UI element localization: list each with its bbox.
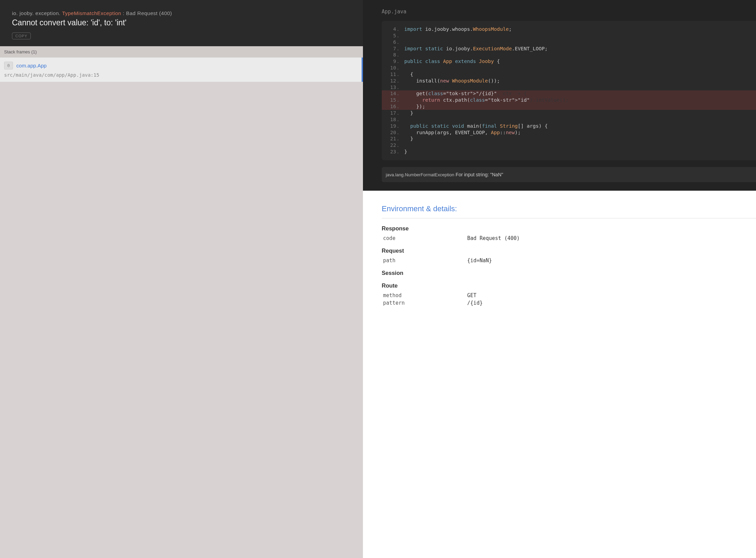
- code-line: 23}: [382, 149, 756, 155]
- left-panel: io. jooby. exception. TypeMismatchExcept…: [0, 0, 363, 558]
- code-line: 10: [382, 65, 756, 71]
- exception-package: io. jooby. exception.: [12, 10, 62, 16]
- detail-row: path{id=NaN}: [382, 257, 756, 264]
- code-area: App.java 4import io.jooby.whoops.WhoopsM…: [363, 0, 756, 191]
- exception-line: io. jooby. exception. TypeMismatchExcept…: [12, 10, 351, 16]
- detail-value: /{id}: [467, 300, 483, 306]
- cause-box: java.lang.NumberFormatException For inpu…: [382, 167, 756, 182]
- frame-path: src/main/java/com/app/App.java:15: [4, 72, 357, 78]
- line-number: 21: [382, 136, 401, 142]
- section-label: Session: [382, 270, 756, 276]
- line-number: 13: [382, 84, 401, 91]
- line-number: 20: [382, 129, 401, 136]
- cause-message: For input string: "NaN": [454, 172, 503, 177]
- line-number: 18: [382, 116, 401, 123]
- code-line: 20 runApp(args, EVENT_LOOP, App::new);: [382, 129, 756, 136]
- section-label: Route: [382, 282, 756, 289]
- cause-class: java.lang.NumberFormatException: [386, 172, 454, 177]
- code-content: install(new WhoopsModule());: [401, 78, 500, 84]
- line-number: 10: [382, 65, 401, 71]
- section-label: Response: [382, 225, 756, 232]
- line-number: 11: [382, 71, 401, 78]
- line-number: 22: [382, 142, 401, 149]
- code-line: 8: [382, 52, 756, 58]
- code-line: 14 get(class="tok-str">"/{id}", ctx -> {: [382, 90, 756, 97]
- code-line: 13: [382, 84, 756, 91]
- code-line: 5: [382, 33, 756, 39]
- detail-value: GET: [467, 292, 477, 299]
- line-number: 7: [382, 46, 401, 52]
- line-number: 4: [382, 26, 401, 33]
- code-content: [401, 52, 404, 58]
- frames-header: Stack frames (1): [0, 46, 363, 58]
- code-line: 17 }: [382, 110, 756, 116]
- frames-list: 0com.app.Appsrc/main/java/com/app/App.ja…: [0, 58, 363, 82]
- code-line: 9public class App extends Jooby {: [382, 58, 756, 65]
- line-number: 12: [382, 78, 401, 84]
- code-content: [401, 39, 404, 46]
- code-line: 21 }: [382, 136, 756, 142]
- line-number: 16: [382, 103, 401, 110]
- detail-key: code: [382, 235, 467, 241]
- detail-row: pattern/{id}: [382, 300, 756, 306]
- detail-value: Bad Request (400): [467, 235, 520, 241]
- exception-status: : Bad Request (400): [121, 10, 172, 16]
- code-content: [401, 116, 404, 123]
- code-line: 11 {: [382, 71, 756, 78]
- code-content: }: [401, 149, 407, 155]
- details-area: Environment & details: ResponsecodeBad R…: [363, 191, 756, 558]
- code-content: }: [401, 136, 413, 142]
- code-content: {: [401, 71, 413, 78]
- detail-value: {id=NaN}: [467, 257, 492, 264]
- code-content: import io.jooby.whoops.WhoopsModule;: [401, 26, 512, 33]
- section-label: Request: [382, 248, 756, 254]
- code-content: });: [401, 103, 425, 110]
- code-line: 4import io.jooby.whoops.WhoopsModule;: [382, 26, 756, 33]
- code-line: 7import static io.jooby.ExecutionMode.EV…: [382, 46, 756, 52]
- code-line: 16 });: [382, 103, 756, 110]
- line-number: 14: [382, 90, 401, 97]
- line-number: 5: [382, 33, 401, 39]
- code-block: 4import io.jooby.whoops.WhoopsModule;567…: [382, 21, 756, 160]
- exception-message: Cannot convert value: 'id', to: 'int': [12, 18, 351, 27]
- code-line: 22: [382, 142, 756, 149]
- code-content: }: [401, 110, 413, 116]
- code-content: [401, 142, 404, 149]
- code-content: [401, 33, 404, 39]
- code-line: 18: [382, 116, 756, 123]
- detail-key: pattern: [382, 300, 467, 306]
- code-content: [401, 84, 404, 91]
- detail-row: codeBad Request (400): [382, 235, 756, 241]
- line-number: 17: [382, 110, 401, 116]
- line-number: 23: [382, 149, 401, 155]
- code-content: [401, 65, 404, 71]
- exception-name: TypeMismatchException: [62, 10, 121, 16]
- code-line: 19 public static void main(final String[…: [382, 123, 756, 129]
- line-number: 9: [382, 58, 401, 65]
- frame-index: 0: [4, 62, 13, 69]
- code-line: 6: [382, 39, 756, 46]
- line-number: 15: [382, 97, 401, 103]
- frame-class: com.app.App: [16, 63, 47, 68]
- code-content: import static io.jooby.ExecutionMode.EVE…: [401, 46, 548, 52]
- right-panel: App.java 4import io.jooby.whoops.WhoopsM…: [363, 0, 756, 558]
- source-file: App.java: [382, 9, 756, 15]
- line-number: 19: [382, 123, 401, 129]
- detail-row: methodGET: [382, 292, 756, 299]
- code-line: 12 install(new WhoopsModule());: [382, 78, 756, 84]
- details-divider: [382, 218, 756, 218]
- code-content: return ctx.path(class="tok-str">"id": [401, 97, 530, 103]
- code-line: 15 return ctx.path(class="tok-str">"id")…: [382, 97, 756, 103]
- code-content: public static void main(final String[] a…: [401, 123, 548, 129]
- copy-button[interactable]: COPY: [12, 33, 31, 39]
- code-content: public class App extends Jooby {: [401, 58, 500, 65]
- line-number: 6: [382, 39, 401, 46]
- detail-key: path: [382, 257, 467, 264]
- details-title: Environment & details:: [382, 204, 756, 213]
- detail-key: method: [382, 292, 467, 299]
- exception-header: io. jooby. exception. TypeMismatchExcept…: [0, 0, 363, 46]
- code-content: runApp(args, EVENT_LOOP, App::new);: [401, 129, 521, 136]
- stack-frame[interactable]: 0com.app.Appsrc/main/java/com/app/App.ja…: [0, 58, 363, 82]
- line-number: 8: [382, 52, 401, 58]
- code-content: get(class="tok-str">"/{id}": [401, 90, 497, 97]
